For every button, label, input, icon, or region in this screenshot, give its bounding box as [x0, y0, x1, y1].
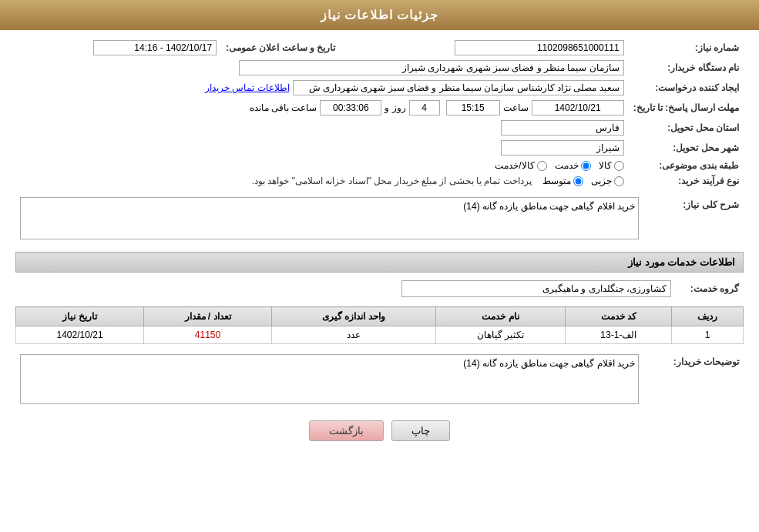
service-group-label: گروه خدمت:: [677, 283, 739, 294]
creator-contact-link[interactable]: اطلاعات تماس خریدار: [205, 82, 290, 93]
service-table: ردیف کد خدمت نام خدمت واحد اندازه گیری ت…: [15, 306, 744, 344]
table-cell: عدد: [272, 326, 436, 344]
province-label: استان محل تحویل:: [629, 118, 744, 138]
creator-label: ایجاد کننده درخواست:: [629, 78, 744, 98]
procurement-jozi-label: جزیی: [591, 176, 612, 186]
category-kala-label: کالا: [599, 160, 612, 171]
category-khedmat-option[interactable]: خدمت: [555, 160, 591, 171]
announce-date-label: تاریخ و ساعت اعلان عمومی:: [221, 38, 351, 58]
category-khedmat-radio[interactable]: [581, 161, 591, 171]
table-cell: 1402/10/21: [16, 326, 144, 344]
need-description-section: شرح کلی نیاز:: [15, 195, 744, 244]
col-header-code: کد خدمت: [566, 307, 672, 326]
remain-label: ساعت باقی مانده: [250, 102, 317, 113]
city-label: شهر محل تحویل:: [629, 138, 744, 158]
buyer-desc-textarea[interactable]: [20, 354, 639, 404]
col-header-qty: تعداد / مقدار: [144, 307, 272, 326]
time-label: ساعت: [503, 102, 529, 113]
back-button[interactable]: بازگشت: [309, 420, 384, 441]
table-cell: 41150: [144, 326, 272, 344]
col-header-name: نام خدمت: [435, 307, 566, 326]
province-input[interactable]: [501, 120, 624, 136]
service-group-input[interactable]: [401, 280, 671, 297]
page-header: جزئیات اطلاعات نیاز: [0, 0, 759, 30]
need-desc-label: شرح کلی نیاز:: [643, 195, 744, 244]
category-kala-khedmat-option[interactable]: کالا/خدمت: [495, 160, 546, 171]
reply-remain-input[interactable]: [320, 100, 381, 115]
need-info-table: شماره نیاز: تاریخ و ساعت اعلان عمومی: نا…: [15, 38, 744, 189]
category-khedmat-label: خدمت: [555, 160, 579, 171]
button-row: چاپ بازگشت: [15, 420, 744, 441]
page-title: جزئیات اطلاعات نیاز: [321, 8, 439, 22]
reply-date-input[interactable]: [532, 100, 624, 115]
col-header-row: ردیف: [672, 307, 744, 326]
category-kala-radio[interactable]: [614, 161, 624, 171]
reply-deadline-label: مهلت ارسال پاسخ: تا تاریخ:: [629, 98, 744, 118]
procurement-motavasset-radio[interactable]: [573, 176, 583, 186]
days-text: روز و: [385, 102, 405, 113]
category-label: طبقه بندی موضوعی:: [629, 158, 744, 173]
procurement-motavasset-label: متوسط: [542, 176, 571, 186]
procurement-note: پرداخت تمام یا بخشی از مبلغ خریدار محل "…: [252, 176, 532, 186]
table-cell: تکثیر گیاهان: [435, 326, 566, 344]
category-radio-group: کالا خدمت کالا/خدمت: [20, 160, 624, 171]
reply-days-input[interactable]: [409, 100, 440, 115]
need-desc-textarea[interactable]: [20, 197, 639, 239]
buyer-org-input[interactable]: [239, 60, 624, 75]
table-cell: الف-1-13: [566, 326, 672, 344]
buyer-org-label: نام دستگاه خریدار:: [629, 58, 744, 78]
buyer-desc-label: توضیحات خریدار:: [643, 352, 744, 409]
service-group-row: گروه خدمت:: [15, 277, 744, 300]
reply-time-input[interactable]: [446, 100, 500, 115]
services-section-title: اطلاعات خدمات مورد نیاز: [15, 252, 744, 273]
need-number-label: شماره نیاز:: [629, 38, 744, 58]
procurement-jozi-radio[interactable]: [614, 176, 624, 186]
col-header-unit: واحد اندازه گیری: [272, 307, 436, 326]
procurement-jozi-option[interactable]: جزیی: [591, 176, 624, 186]
need-number-input[interactable]: [455, 40, 624, 55]
buyer-description-section: توضیحات خریدار:: [15, 352, 744, 409]
city-input[interactable]: [501, 140, 624, 156]
category-kala-khedmat-radio[interactable]: [537, 161, 547, 171]
table-row: 1الف-1-13تکثیر گیاهانعدد411501402/10/21: [16, 326, 744, 344]
procurement-label: نوع فرآیند خرید:: [629, 173, 744, 189]
announce-date-input[interactable]: [93, 40, 217, 55]
col-header-date: تاریخ نیاز: [16, 307, 144, 326]
creator-input[interactable]: [293, 80, 624, 95]
print-button[interactable]: چاپ: [391, 420, 450, 441]
category-kala-option[interactable]: کالا: [599, 160, 624, 171]
procurement-motavasset-option[interactable]: متوسط: [542, 176, 583, 186]
table-cell: 1: [672, 326, 744, 344]
procurement-radio-group: جزیی متوسط: [542, 176, 624, 186]
category-kala-khedmat-label: کالا/خدمت: [495, 160, 534, 171]
